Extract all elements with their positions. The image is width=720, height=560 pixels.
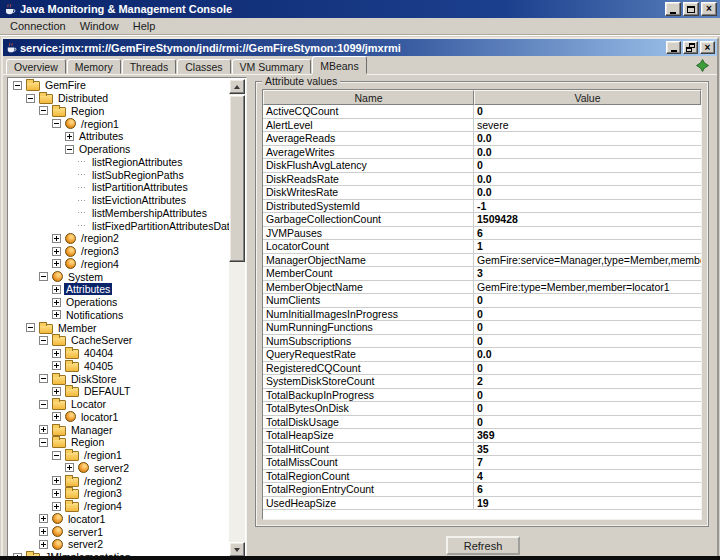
- table-row[interactable]: MemberCount 3: [263, 267, 701, 281]
- tree-node[interactable]: server2: [9, 538, 229, 551]
- scroll-up-button[interactable]: [229, 79, 245, 94]
- tree-expander-icon[interactable]: [52, 310, 61, 319]
- tree-node[interactable]: 40404: [9, 347, 229, 360]
- tree-expander-icon[interactable]: [39, 106, 48, 115]
- table-row[interactable]: TotalBytesOnDisk 0: [263, 402, 701, 416]
- menu-item[interactable]: Help: [126, 19, 163, 34]
- tree-node[interactable]: /region4: [9, 258, 229, 271]
- tab[interactable]: Classes: [177, 59, 230, 74]
- tree-expander-icon[interactable]: [78, 212, 87, 213]
- tree-node[interactable]: GemFire: [9, 79, 229, 92]
- table-row[interactable]: MemberObjectName GemFire:type=Member,mem…: [263, 281, 701, 295]
- frame-minimize-button[interactable]: [666, 41, 681, 54]
- table-row[interactable]: TotalBackupInProgress 0: [263, 389, 701, 403]
- tree-node[interactable]: Attributes: [9, 130, 229, 143]
- tree-expander-icon[interactable]: [78, 161, 87, 162]
- tree-expander-icon[interactable]: [52, 387, 61, 396]
- table-row[interactable]: DistributedSystemId -1: [263, 200, 701, 214]
- tree-expander-icon[interactable]: [65, 463, 74, 472]
- tree-node[interactable]: System: [9, 270, 229, 283]
- tree-node[interactable]: /region3: [9, 487, 229, 500]
- tree-node[interactable]: Manager: [9, 423, 229, 436]
- close-button[interactable]: ×: [701, 2, 717, 16]
- tree-node[interactable]: Notifications: [9, 309, 229, 322]
- tree-expander-icon[interactable]: [26, 94, 35, 103]
- tree-expander-icon[interactable]: [39, 438, 48, 447]
- scrollbar-thumb[interactable]: [229, 95, 245, 262]
- table-row[interactable]: ManagerObjectName GemFire:service=Manage…: [263, 254, 701, 268]
- tree-node[interactable]: listEvictionAttributes: [9, 194, 229, 207]
- tree-node[interactable]: /region4: [9, 500, 229, 513]
- tree-node[interactable]: /region2: [9, 474, 229, 487]
- tree-expander-icon[interactable]: [52, 259, 61, 268]
- column-header-value[interactable]: Value: [474, 90, 701, 105]
- table-row[interactable]: DiskReadsRate 0.0: [263, 173, 701, 187]
- table-row[interactable]: SystemDiskStoreCount 2: [263, 375, 701, 389]
- tree-expander-icon[interactable]: [52, 247, 61, 256]
- table-row[interactable]: UsedHeapSize 19: [263, 497, 701, 511]
- tree-expander-icon[interactable]: [78, 200, 87, 201]
- tree-expander-icon[interactable]: [52, 285, 61, 294]
- tree-node[interactable]: server1: [9, 525, 229, 538]
- tree-expander-icon[interactable]: [13, 81, 22, 90]
- frame-restore-button[interactable]: [683, 41, 698, 54]
- table-row[interactable]: TotalDiskUsage 0: [263, 416, 701, 430]
- table-row[interactable]: NumInitialImagesInProgress 0: [263, 308, 701, 322]
- tree-node[interactable]: listRegionAttributes: [9, 156, 229, 169]
- tree-expander-icon[interactable]: [52, 298, 61, 307]
- tree-expander-icon[interactable]: [52, 476, 61, 485]
- column-header-name[interactable]: Name: [263, 90, 474, 105]
- tree-node[interactable]: Member: [9, 321, 229, 334]
- table-row[interactable]: TotalRegionCount 4: [263, 470, 701, 484]
- table-row[interactable]: TotalMissCount 7: [263, 456, 701, 470]
- tree-node[interactable]: /region3: [9, 245, 229, 258]
- tree-expander-icon[interactable]: [39, 400, 48, 409]
- maximize-button[interactable]: [683, 2, 699, 16]
- table-row[interactable]: DiskWritesRate 0.0: [263, 186, 701, 200]
- tree-expander-icon[interactable]: [39, 425, 48, 434]
- table-row[interactable]: AverageReads 0.0: [263, 132, 701, 146]
- tree-expander-icon[interactable]: [52, 361, 61, 370]
- tree-node[interactable]: DEFAULT: [9, 385, 229, 398]
- tree-node[interactable]: listMembershipAttributes: [9, 207, 229, 220]
- tree-node[interactable]: /region1: [9, 449, 229, 462]
- scroll-down-button[interactable]: [229, 542, 245, 557]
- tree-node[interactable]: locator1: [9, 411, 229, 424]
- tree-expander-icon[interactable]: [39, 374, 48, 383]
- tree-expander-icon[interactable]: [52, 489, 61, 498]
- tree-expander-icon[interactable]: [39, 540, 48, 549]
- tab[interactable]: VM Summary: [232, 59, 312, 74]
- refresh-button[interactable]: Refresh: [446, 536, 520, 555]
- table-row[interactable]: DiskFlushAvgLatency 0: [263, 159, 701, 173]
- tree-node[interactable]: Region: [9, 436, 229, 449]
- table-row[interactable]: GarbageCollectionCount 1509428: [263, 213, 701, 227]
- tree-expander-icon[interactable]: [52, 502, 61, 511]
- tree-node[interactable]: 40405: [9, 360, 229, 373]
- tree-node[interactable]: /region2: [9, 232, 229, 245]
- tree-node[interactable]: Locator: [9, 398, 229, 411]
- table-row[interactable]: TotalHeapSize 369: [263, 429, 701, 443]
- tab[interactable]: Memory: [67, 59, 121, 74]
- table-row[interactable]: NumClients 0: [263, 294, 701, 308]
- tree-expander-icon[interactable]: [39, 527, 48, 536]
- tree-expander-icon[interactable]: [52, 119, 61, 128]
- tree-expander-icon[interactable]: [52, 412, 61, 421]
- tree-node[interactable]: Region: [9, 105, 229, 118]
- tree-expander-icon[interactable]: [52, 451, 61, 460]
- tree-expander-icon[interactable]: [39, 514, 48, 523]
- tree-expander-icon[interactable]: [39, 336, 48, 345]
- table-row[interactable]: NumSubscriptions 0: [263, 335, 701, 349]
- table-row[interactable]: QueryRequestRate 0.0: [263, 348, 701, 362]
- tree-expander-icon[interactable]: [39, 272, 48, 281]
- table-row[interactable]: LocatorCount 1: [263, 240, 701, 254]
- tree-expander-icon[interactable]: [26, 323, 35, 332]
- tree-expander-icon[interactable]: [65, 145, 74, 154]
- tree-expander-icon[interactable]: [78, 174, 87, 175]
- table-row[interactable]: TotalRegionEntryCount 6: [263, 483, 701, 497]
- menu-item[interactable]: Connection: [3, 19, 73, 34]
- tree-node[interactable]: DiskStore: [9, 372, 229, 385]
- menu-item[interactable]: Window: [73, 19, 126, 34]
- tree-node[interactable]: Operations: [9, 296, 229, 309]
- table-row[interactable]: RegisteredCQCount 0: [263, 362, 701, 376]
- tree-scrollbar[interactable]: [229, 79, 245, 557]
